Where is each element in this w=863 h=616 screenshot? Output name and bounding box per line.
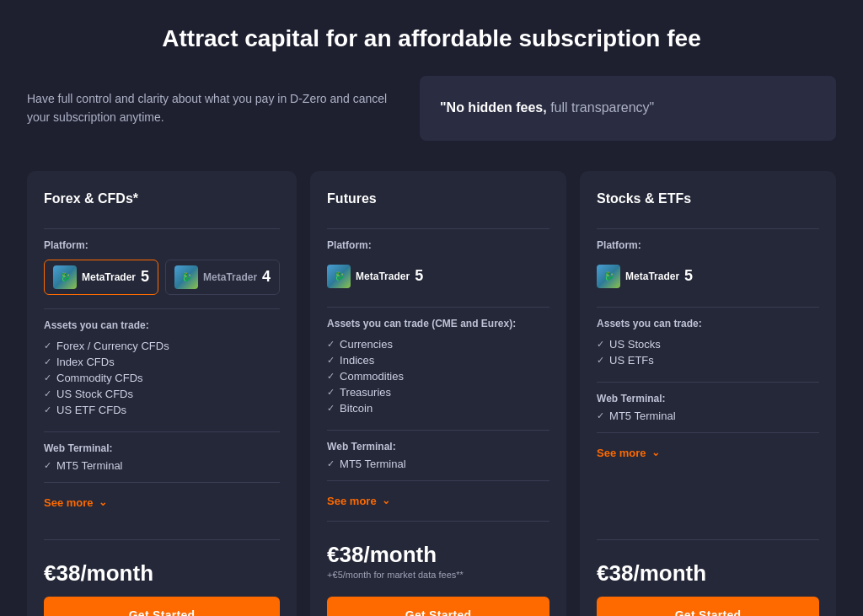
- divider: [44, 431, 280, 432]
- chevron-down-icon: ⌄: [651, 447, 660, 458]
- list-item: US ETFs: [597, 352, 819, 368]
- price-stocks: €38/month: [597, 550, 819, 587]
- divider: [327, 480, 549, 481]
- divider: [327, 228, 549, 229]
- see-more-stocks[interactable]: See more ⌄: [597, 447, 819, 459]
- mt5-icon-stocks: 🐉: [597, 265, 620, 288]
- see-more-futures[interactable]: See more ⌄: [327, 495, 549, 507]
- divider: [327, 430, 549, 431]
- platform-label-forex: Platform:: [44, 239, 280, 251]
- get-started-btn-stocks[interactable]: Get Started: [597, 597, 819, 616]
- web-terminal-value-forex: MT5 Terminal: [44, 459, 280, 472]
- card-futures: Futures Platform: 🐉 MetaTrader 5 Assets …: [310, 171, 566, 616]
- web-terminal-label-stocks: Web Terminal:: [597, 393, 819, 404]
- web-terminal-value-stocks: MT5 Terminal: [597, 410, 819, 422]
- cards-container: Forex & CFDs* Platform: 🐉 MetaTrader 5 🐉…: [27, 171, 836, 616]
- intro-text: Have full control and clarity about what…: [27, 76, 403, 141]
- chevron-down-icon: ⌄: [99, 496, 107, 508]
- page-wrapper: Attract capital for an affordable subscr…: [27, 25, 836, 616]
- see-more-forex[interactable]: See more ⌄: [44, 496, 280, 509]
- divider: [327, 521, 549, 522]
- card-title-stocks: Stocks & ETFs: [597, 191, 819, 206]
- list-item: US Stock CFDs: [44, 386, 280, 402]
- quote-bold: "No hidden fees,: [440, 100, 547, 115]
- get-started-btn-forex[interactable]: Get Started: [44, 597, 280, 616]
- divider: [44, 228, 280, 229]
- platform-buttons-stocks: 🐉 MetaTrader 5: [597, 260, 819, 293]
- asset-list-stocks: US Stocks US ETFs: [597, 336, 819, 368]
- card-title-futures: Futures: [327, 191, 549, 206]
- asset-list-futures: Currencies Indices Commodities Treasurie…: [327, 336, 549, 416]
- price-note-futures: +€5/month for market data fees**: [327, 570, 549, 580]
- mt5-icon: 🐉: [53, 265, 77, 289]
- price-futures: €38/month: [327, 532, 549, 568]
- card-title-forex: Forex & CFDs*: [44, 191, 280, 206]
- divider: [44, 539, 280, 540]
- divider: [44, 308, 280, 309]
- intro-section: Have full control and clarity about what…: [27, 76, 836, 141]
- divider: [597, 382, 819, 383]
- platform-mt5-btn[interactable]: 🐉 MetaTrader 5: [44, 260, 158, 295]
- mt4-icon: 🐉: [174, 265, 198, 289]
- list-item: Index CFDs: [44, 354, 280, 370]
- list-item: US ETF CFDs: [44, 402, 280, 418]
- divider: [597, 307, 819, 308]
- assets-label-futures: Assets you can trade (CME and Eurex):: [327, 318, 549, 329]
- platform-buttons-futures: 🐉 MetaTrader 5: [327, 260, 549, 293]
- divider: [597, 432, 819, 433]
- list-item: Commodity CFDs: [44, 370, 280, 386]
- divider: [597, 228, 819, 229]
- platform-buttons-forex: 🐉 MetaTrader 5 🐉 MetaTrader 4: [44, 260, 280, 295]
- assets-label-forex: Assets you can trade:: [44, 319, 280, 331]
- assets-label-stocks: Assets you can trade:: [597, 318, 819, 329]
- list-item: Treasuries: [327, 384, 549, 400]
- list-item: Indices: [327, 352, 549, 368]
- card-stocks-etfs: Stocks & ETFs Platform: 🐉 MetaTrader 5 A…: [580, 171, 836, 616]
- divider: [44, 482, 280, 483]
- quote-rest: full transparency": [547, 100, 655, 115]
- platform-mt5-single: 🐉 MetaTrader 5: [327, 260, 423, 293]
- platform-label-stocks: Platform:: [597, 239, 819, 251]
- platform-label-futures: Platform:: [327, 239, 549, 251]
- list-item: Currencies: [327, 336, 549, 352]
- list-item: Bitcoin: [327, 400, 549, 416]
- card-forex-cfds: Forex & CFDs* Platform: 🐉 MetaTrader 5 🐉…: [27, 171, 297, 616]
- list-item: US Stocks: [597, 336, 819, 352]
- price-forex: €38/month: [44, 550, 280, 587]
- web-terminal-value-futures: MT5 Terminal: [327, 458, 549, 470]
- list-item: Forex / Currency CFDs: [44, 338, 280, 354]
- get-started-btn-futures[interactable]: Get Started: [327, 597, 549, 616]
- platform-mt4-btn[interactable]: 🐉 MetaTrader 4: [165, 260, 280, 295]
- chevron-down-icon: ⌄: [382, 495, 390, 506]
- asset-list-forex: Forex / Currency CFDs Index CFDs Commodi…: [44, 338, 280, 418]
- divider: [327, 307, 549, 308]
- mt5-icon-futures: 🐉: [327, 265, 351, 288]
- list-item: Commodities: [327, 368, 549, 384]
- web-terminal-label-forex: Web Terminal:: [44, 442, 280, 454]
- intro-quote: "No hidden fees, full transparency": [420, 76, 836, 141]
- platform-mt5-single-stocks: 🐉 MetaTrader 5: [597, 260, 693, 293]
- web-terminal-label-futures: Web Terminal:: [327, 441, 549, 453]
- page-title: Attract capital for an affordable subscr…: [27, 25, 836, 52]
- divider: [597, 539, 819, 540]
